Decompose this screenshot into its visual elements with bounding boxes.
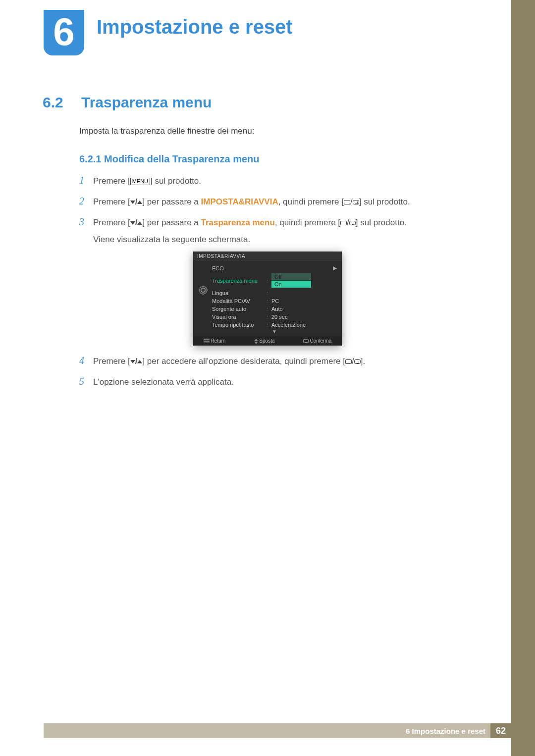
- source-key-icon: [345, 359, 352, 364]
- subsection-title: 6.2.1 Modifica della Trasparenza menu: [79, 153, 259, 165]
- footer-page-number: 62: [490, 723, 511, 738]
- osd-screenshot: IMPOSTA&RIAVVIA ECO ▶ Trasparenza menu :…: [79, 252, 456, 346]
- down-arrow-icon: [130, 360, 135, 363]
- step-text: , quindi premere [: [275, 218, 340, 227]
- up-arrow-icon: [137, 201, 142, 204]
- step-text: ] per passare a: [142, 197, 201, 206]
- page-right-stripe: [511, 0, 535, 756]
- menu-key-icon: MENU: [130, 178, 150, 185]
- source-key-icon: [344, 200, 350, 204]
- step-text: ] sul prodotto.: [356, 218, 407, 227]
- osd-row-tempo: Tempo ripet tasto :Accelerazione: [210, 321, 339, 329]
- step-1: 1 Premere [MENU] sul prodotto.: [79, 172, 456, 188]
- highlight-text: IMPOSTA&RIAVVIA: [201, 197, 278, 206]
- menu-icon: [204, 339, 210, 343]
- up-arrow-icon: [137, 221, 142, 225]
- osd-option-off: Off: [271, 273, 311, 280]
- osd-row-source: Sorgente auto :Auto: [210, 305, 339, 313]
- footer-label: 6 Impostazione e reset: [406, 727, 485, 735]
- step-text: Premere [: [93, 218, 130, 227]
- step-text: ] sul prodotto.: [150, 176, 201, 186]
- enter-icon: [303, 339, 309, 343]
- osd-label: Sorgente auto: [212, 306, 267, 312]
- osd-header: IMPOSTA&RIAVVIA: [193, 252, 342, 261]
- osd-footer-return: Return: [211, 338, 225, 344]
- step-text: Premere [: [93, 197, 130, 206]
- osd-value: Accelerazione: [271, 322, 337, 328]
- step-text: , quindi premere [: [278, 197, 344, 206]
- osd-value: Auto: [271, 306, 337, 312]
- chevron-down-icon: ▼: [210, 329, 339, 335]
- step-text: ].: [361, 356, 365, 366]
- step-number: 5: [79, 373, 93, 389]
- step-text: ] sul prodotto.: [359, 197, 410, 206]
- osd-row-visual: Visual ora :20 sec: [210, 313, 339, 321]
- step-text: L'opzione selezionata verrà applicata.: [93, 375, 456, 389]
- osd-label: Lingua: [212, 290, 267, 296]
- gear-icon: [200, 287, 207, 294]
- highlight-text: Trasparenza menu: [201, 218, 275, 227]
- osd-label: Visual ora: [212, 314, 267, 320]
- up-arrow-icon: [137, 360, 142, 363]
- down-arrow-icon: [130, 201, 135, 204]
- chevron-right-icon: ▶: [333, 265, 337, 271]
- chapter-badge: 6: [44, 10, 84, 55]
- section-title: Trasparenza menu: [81, 94, 212, 111]
- chapter-title: Impostazione e reset: [97, 16, 293, 38]
- step-3-continuation: Viene visualizzata la seguente schermata…: [93, 235, 456, 245]
- step-number: 3: [79, 214, 93, 230]
- osd-footer: Return Sposta Conferma: [193, 336, 342, 346]
- osd-row-language: Lingua :: [210, 289, 339, 297]
- osd-row-eco: ECO ▶: [210, 264, 339, 272]
- step-4: 4 Premere [/] per accedere all'opzione d…: [79, 353, 456, 368]
- source-key-icon: [340, 221, 347, 225]
- osd-value: PC: [271, 298, 337, 304]
- down-arrow-icon: [130, 221, 135, 225]
- updown-icon: [254, 339, 258, 341]
- steps-list: 1 Premere [MENU] sul prodotto. 2 Premere…: [79, 172, 456, 394]
- step-number: 4: [79, 353, 93, 368]
- osd-row-transparency: Trasparenza menu : Off On: [210, 272, 339, 289]
- page-footer: 6 Impostazione e reset 62: [44, 723, 511, 738]
- osd-row-pcav: Modalità PC/AV :PC: [210, 297, 339, 305]
- osd-label: ECO: [212, 265, 267, 271]
- enter-key-icon: [354, 359, 361, 364]
- step-2: 2 Premere [/] per passare a IMPOSTA&RIAV…: [79, 193, 456, 209]
- step-number: 2: [79, 193, 93, 209]
- osd-label: Modalità PC/AV: [212, 298, 267, 304]
- section-intro: Imposta la trasparenza delle finestre de…: [79, 126, 254, 136]
- enter-key-icon: [353, 200, 359, 204]
- osd-footer-confirm: Conferma: [310, 338, 331, 344]
- step-3: 3 Premere [/] per passare a Trasparenza …: [79, 214, 456, 230]
- osd-option-on: On: [271, 281, 311, 288]
- osd-footer-move: Sposta: [259, 338, 274, 344]
- enter-key-icon: [349, 221, 356, 225]
- osd-value: 20 sec: [271, 314, 337, 320]
- step-text: Premere [: [93, 176, 130, 186]
- step-text: ] per accedere all'opzione desiderata, q…: [142, 356, 345, 366]
- step-text: ] per passare a: [142, 218, 201, 227]
- step-number: 1: [79, 172, 93, 188]
- section-number: 6.2: [43, 94, 63, 111]
- step-text: Premere [: [93, 356, 130, 366]
- osd-label: Tempo ripet tasto: [212, 322, 267, 328]
- osd-label: Trasparenza menu: [212, 278, 267, 284]
- step-5: 5 L'opzione selezionata verrà applicata.: [79, 373, 456, 389]
